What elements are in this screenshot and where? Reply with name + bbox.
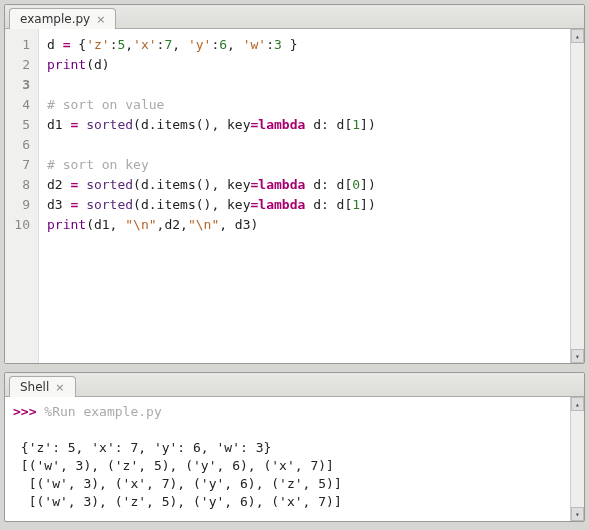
code-line: d2 = sorted(d.items(), key=lambda d: d[0… [47, 177, 376, 192]
editor-scrollbar[interactable]: ▴ ▾ [570, 29, 584, 363]
code-line: print(d) [47, 57, 110, 72]
shell-run-line: %Run example.py [44, 404, 161, 419]
scroll-up-icon[interactable]: ▴ [571, 29, 584, 43]
code-line [47, 77, 55, 92]
code-line: print(d1, "\n",d2,"\n", d3) [47, 217, 258, 232]
shell-scrollbar[interactable]: ▴ ▾ [570, 397, 584, 521]
line-number: 2 [5, 55, 38, 75]
code-line: d = {'z':5,'x':7, 'y':6, 'w':3 } [47, 37, 298, 52]
shell-output-line: [('w', 3), ('z', 5), ('y', 6), ('x', 7)] [13, 458, 342, 473]
code-area[interactable]: d = {'z':5,'x':7, 'y':6, 'w':3 } print(d… [39, 29, 570, 363]
close-icon[interactable]: × [96, 13, 105, 26]
editor-pane: example.py × 1 2 3 4 5 6 7 8 9 10 d = {'… [4, 4, 585, 364]
line-number: 5 [5, 115, 38, 135]
close-icon[interactable]: × [55, 381, 64, 394]
line-number: 6 [5, 135, 38, 155]
line-number: 1 [5, 35, 38, 55]
shell-output-line: {'z': 5, 'x': 7, 'y': 6, 'w': 3} [13, 440, 271, 455]
scroll-up-icon[interactable]: ▴ [571, 397, 584, 411]
line-number: 10 [5, 215, 38, 235]
scroll-down-icon[interactable]: ▾ [571, 349, 584, 363]
line-number: 7 [5, 155, 38, 175]
editor-tab-bar: example.py × [5, 5, 584, 29]
shell-output-line: [('w', 3), ('x', 7), ('y', 6), ('z', 5)] [13, 476, 350, 491]
scroll-down-icon[interactable]: ▾ [571, 507, 584, 521]
code-line: d3 = sorted(d.items(), key=lambda d: d[1… [47, 197, 376, 212]
editor-tab[interactable]: example.py × [9, 8, 116, 29]
code-line: # sort on value [47, 97, 164, 112]
editor-tab-label: example.py [20, 12, 90, 26]
line-number: 4 [5, 95, 38, 115]
shell-prompt: >>> [13, 404, 36, 419]
shell-tab[interactable]: Shell × [9, 376, 76, 397]
line-number: 9 [5, 195, 38, 215]
shell-pane: Shell × >>> %Run example.py {'z': 5, 'x'… [4, 372, 585, 522]
shell-body: >>> %Run example.py {'z': 5, 'x': 7, 'y'… [5, 397, 584, 521]
code-line: d1 = sorted(d.items(), key=lambda d: d[1… [47, 117, 376, 132]
shell-tab-label: Shell [20, 380, 49, 394]
code-line: # sort on key [47, 157, 149, 172]
line-number: 8 [5, 175, 38, 195]
shell-output-line: [('w', 3), ('z', 5), ('y', 6), ('x', 7)] [13, 494, 342, 509]
shell-content[interactable]: >>> %Run example.py {'z': 5, 'x': 7, 'y'… [5, 397, 570, 521]
line-number: 3 [5, 75, 38, 95]
editor-body: 1 2 3 4 5 6 7 8 9 10 d = {'z':5,'x':7, '… [5, 29, 584, 363]
line-number-gutter: 1 2 3 4 5 6 7 8 9 10 [5, 29, 39, 363]
shell-tab-bar: Shell × [5, 373, 584, 397]
